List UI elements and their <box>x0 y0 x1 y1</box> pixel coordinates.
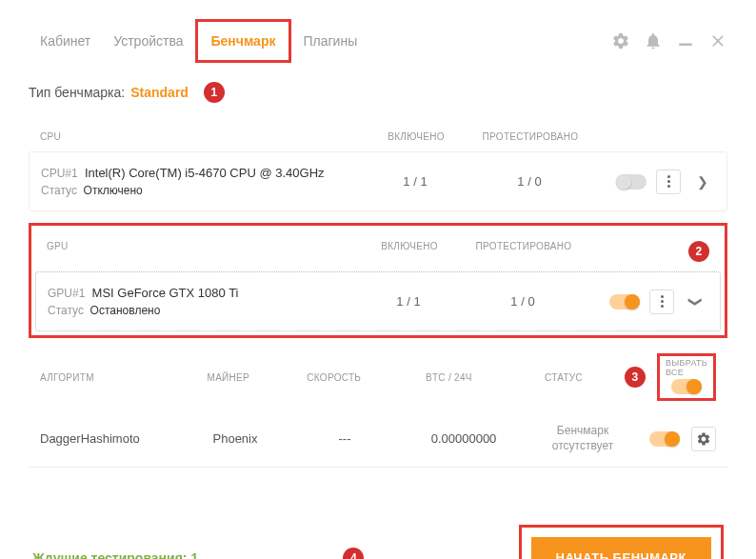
gpu-header: GPU ВКЛЮЧЕНО ПРОТЕСТИРОВАНО 2 <box>35 231 721 271</box>
algo-header: АЛГОРИТМ МАЙНЕР СКОРОСТЬ BTC / 24ч СТАТУ… <box>29 344 727 410</box>
gear-icon[interactable] <box>611 31 630 50</box>
select-all-toggle[interactable] <box>671 379 702 394</box>
start-benchmark-button[interactable]: НАЧАТЬ БЕНЧМАРК <box>531 537 711 559</box>
minimize-icon[interactable] <box>676 31 695 50</box>
cpu-menu-button[interactable] <box>656 170 681 194</box>
nav-tabs: Кабинет Устройства Бенчмарк Плагины <box>29 19 727 63</box>
benchmark-type-label: Тип бенчмарка: <box>29 85 125 100</box>
cpu-status: Отключено <box>84 184 143 197</box>
gear-icon <box>696 431 711 447</box>
svg-rect-0 <box>679 44 691 47</box>
gpu-tested: 1 / 0 <box>461 294 585 309</box>
cpu-label: CPU#1 <box>41 167 78 180</box>
cpu-tested: 1 / 0 <box>468 174 591 189</box>
gpu-collapse-button[interactable]: ❯ <box>684 289 708 314</box>
algo-status: Бенчмарк отсутствует <box>526 424 640 453</box>
algo-toggle[interactable] <box>649 431 680 447</box>
cpu-name: Intel(R) Core(TM) i5-4670 CPU @ 3.40GHz <box>85 166 325 180</box>
tab-devices[interactable]: Устройства <box>102 24 194 58</box>
cpu-header: CPU ВКЛЮЧЕНО ПРОТЕСТИРОВАНО <box>29 122 727 151</box>
cpu-enabled: 1 / 1 <box>363 174 468 189</box>
gpu-status: Остановлено <box>90 304 161 317</box>
gpu-name: MSI GeForce GTX 1080 Ti <box>92 286 239 300</box>
select-all-label: ВЫБРАТЬ ВСЕ <box>666 358 707 377</box>
cpu-toggle[interactable] <box>616 174 647 190</box>
callout-badge-4: 4 <box>343 548 364 559</box>
bell-icon[interactable] <box>644 31 663 50</box>
algo-settings-button[interactable] <box>691 427 716 451</box>
gpu-menu-button[interactable] <box>649 289 674 314</box>
callout-badge-1: 1 <box>204 82 225 103</box>
callout-badge-3: 3 <box>625 367 646 388</box>
gpu-label: GPU#1 <box>48 287 85 300</box>
benchmark-type: Тип бенчмарка: Standard 1 <box>29 82 727 103</box>
algo-speed: --- <box>288 431 402 446</box>
close-icon[interactable] <box>708 31 727 50</box>
cpu-expand-button[interactable]: ❯ <box>690 170 715 194</box>
tab-benchmark[interactable]: Бенчмарк <box>200 24 288 58</box>
algo-name: DaggerHashimoto <box>40 431 183 446</box>
gpu-toggle[interactable] <box>609 294 640 309</box>
tab-cabinet[interactable]: Кабинет <box>29 24 102 58</box>
algo-btc: 0.00000000 <box>402 431 526 446</box>
algo-row: DaggerHashimoto Phoenix --- 0.00000000 Б… <box>29 410 727 468</box>
callout-badge-2: 2 <box>688 241 709 262</box>
gpu-row: GPU#1 MSI GeForce GTX 1080 Ti Статус Ост… <box>35 271 721 331</box>
pending-tests: Ждущие тестирования: 1 <box>32 550 198 559</box>
gpu-enabled: 1 / 1 <box>356 294 461 309</box>
benchmark-type-value[interactable]: Standard <box>130 85 189 100</box>
cpu-row: CPU#1 Intel(R) Core(TM) i5-4670 CPU @ 3.… <box>29 151 727 211</box>
tab-plugins[interactable]: Плагины <box>291 24 368 58</box>
algo-miner: Phoenix <box>183 431 288 446</box>
